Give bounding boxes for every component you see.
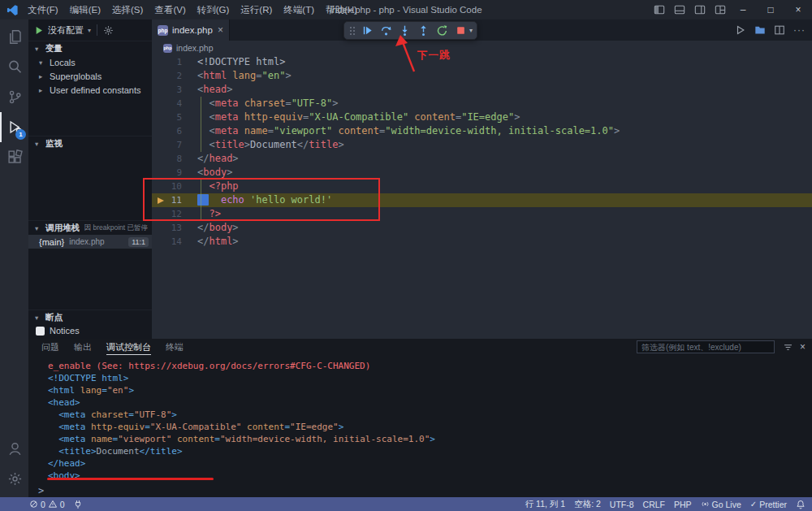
maximize-button[interactable]: □ (757, 0, 784, 19)
split-editor-icon[interactable] (774, 24, 785, 36)
step-into-button[interactable] (396, 23, 412, 39)
breadcrumb[interactable]: php index.php (152, 41, 812, 55)
encoding[interactable]: UTF-8 (610, 500, 634, 509)
menu-item-2[interactable]: 选择(S) (106, 0, 149, 19)
code-line-6[interactable]: 6 <meta name="viewport" content="width=d… (152, 124, 812, 138)
console-filter-input[interactable] (637, 340, 775, 353)
prettier-button[interactable]: ✓ Prettier (750, 500, 787, 509)
variables-item-1[interactable]: ▸Superglobals (28, 69, 152, 83)
filter-icon[interactable] (783, 342, 793, 353)
continue-button[interactable] (359, 23, 375, 39)
sidebar-item-source-control[interactable] (0, 82, 28, 112)
toggle-panel-icon[interactable] (674, 4, 685, 15)
line-gutter: 3 (152, 83, 197, 97)
call-stack-frame[interactable]: {main} index.php 11:1 (28, 235, 152, 249)
code-line-4[interactable]: 4 <meta charset="UTF-8"> (152, 97, 812, 110)
line-gutter: 1 (152, 55, 197, 69)
editor-group: php index.php × ··· ▾ php index.php 1<!D… (152, 19, 812, 339)
toggle-secondary-sidebar-icon[interactable] (694, 4, 706, 15)
menu-item-3[interactable]: 查看(V) (149, 0, 191, 19)
code-line-12[interactable]: 12 ?> (152, 207, 812, 221)
start-debugging-icon[interactable] (33, 25, 44, 36)
call-stack-section-header[interactable]: ▾ 调用堆栈 因 breakpoint 已暂停 (28, 220, 152, 235)
stop-button[interactable] (452, 23, 469, 39)
toolbar-drag-handle[interactable] (348, 24, 356, 37)
more-actions-icon[interactable]: ··· (793, 24, 806, 36)
code-line-1[interactable]: 1<!DOCTYPE html> (152, 55, 812, 69)
chevron-right-icon: ▸ (39, 86, 46, 94)
line-number: 13 (171, 221, 182, 235)
sidebar-item-explorer[interactable] (0, 22, 28, 52)
line-content: <!DOCTYPE html> (197, 55, 285, 69)
minimize-button[interactable]: – (729, 0, 757, 19)
customize-layout-icon[interactable] (715, 4, 726, 15)
menu-item-6[interactable]: 终端(T) (278, 0, 320, 19)
tab-close-icon[interactable]: × (218, 25, 223, 35)
panel-tab-1[interactable]: 输出 (74, 340, 92, 355)
line-number: 9 (176, 166, 182, 180)
code-line-11[interactable]: 11 echo 'hello world!' (152, 193, 812, 207)
console-line-10: <body> (48, 470, 812, 482)
tab-index-php[interactable]: php index.php × (152, 19, 230, 41)
sidebar-item-run-and-debug[interactable]: 1 (0, 112, 28, 142)
settings-button[interactable] (0, 464, 28, 494)
menu-item-1[interactable]: 编辑(E) (64, 0, 106, 19)
line-content: <?php (197, 180, 239, 193)
debug-settings-gear-icon[interactable] (103, 25, 114, 36)
console-line-9: </head> (48, 457, 812, 470)
code-line-5[interactable]: 5 <meta http-equiv="X-UA-Compatible" con… (152, 110, 812, 124)
debug-port-indicator[interactable] (73, 500, 83, 509)
toggle-sidebar-icon[interactable] (654, 4, 665, 15)
eol-sequence[interactable]: CRLF (643, 500, 665, 509)
language-mode[interactable]: PHP (674, 500, 692, 509)
line-number: 1 (176, 55, 182, 69)
run-file-icon[interactable] (735, 24, 746, 36)
console-prompt[interactable]: > (38, 485, 44, 496)
indentation[interactable]: 空格: 2 (574, 499, 601, 510)
code-line-13[interactable]: 13</body> (152, 221, 812, 235)
line-number: 7 (176, 138, 182, 152)
menu-item-4[interactable]: 转到(G) (192, 0, 235, 19)
restart-button[interactable] (434, 23, 450, 39)
menu-item-5[interactable]: 运行(R) (235, 0, 278, 19)
notifications-bell-icon[interactable] (796, 500, 806, 509)
breakpoint-checkbox[interactable] (36, 327, 45, 336)
frame-file: index.php (69, 237, 104, 246)
menu-item-0[interactable]: 文件(F) (22, 0, 64, 19)
divider (97, 24, 97, 36)
code-line-3[interactable]: 3<head> (152, 83, 812, 97)
panel-tab-2[interactable]: 调试控制台 (106, 340, 151, 355)
step-over-button[interactable] (378, 23, 394, 39)
run-configuration-select[interactable]: 没有配置 (48, 24, 84, 37)
console-line-5: <meta charset="UTF-8"> (48, 409, 812, 421)
variables-item-0[interactable]: ▾Locals (28, 55, 152, 69)
variables-item-2[interactable]: ▸User defined constants (28, 83, 152, 97)
watch-section-header[interactable]: ▾ 监视 (28, 136, 152, 150)
panel-tab-3[interactable]: 终端 (166, 340, 184, 355)
breakpoints-section-header[interactable]: ▾ 断点 (28, 310, 152, 324)
variables-section-header[interactable]: ▾ 变量 (28, 41, 152, 55)
account-button[interactable] (0, 434, 28, 464)
variables-item-label: Superglobals (50, 71, 102, 81)
console-line-2: <!DOCTYPE html> (48, 372, 812, 384)
sidebar-item-extensions[interactable] (0, 142, 28, 172)
breakpoint-item[interactable]: Notices (28, 324, 152, 337)
problems-indicator[interactable]: 0 0 (29, 500, 65, 509)
code-line-7[interactable]: 7 <title>Document</title> (152, 138, 812, 152)
open-folder-icon[interactable] (754, 24, 766, 36)
code-line-8[interactable]: 8</head> (152, 152, 812, 166)
close-button[interactable]: × (784, 0, 812, 19)
sidebar-item-search[interactable] (0, 52, 28, 82)
debug-session-dropdown-icon[interactable]: ▾ (469, 27, 473, 34)
close-panel-icon[interactable]: × (800, 341, 806, 353)
chevron-down-icon: ▾ (39, 58, 46, 67)
cursor-position[interactable]: 行 11, 列 1 (525, 499, 565, 510)
code-line-10[interactable]: 10 <?php (152, 180, 812, 193)
step-out-button[interactable] (415, 23, 431, 39)
panel-tab-0[interactable]: 问题 (41, 340, 59, 355)
code-line-9[interactable]: 9<body> (152, 166, 812, 180)
variables-section-title: 变量 (45, 43, 63, 54)
code-line-2[interactable]: 2<html lang="en"> (152, 69, 812, 83)
code-line-14[interactable]: 14</html> (152, 235, 812, 249)
go-live-button[interactable]: Go Live (701, 500, 741, 509)
